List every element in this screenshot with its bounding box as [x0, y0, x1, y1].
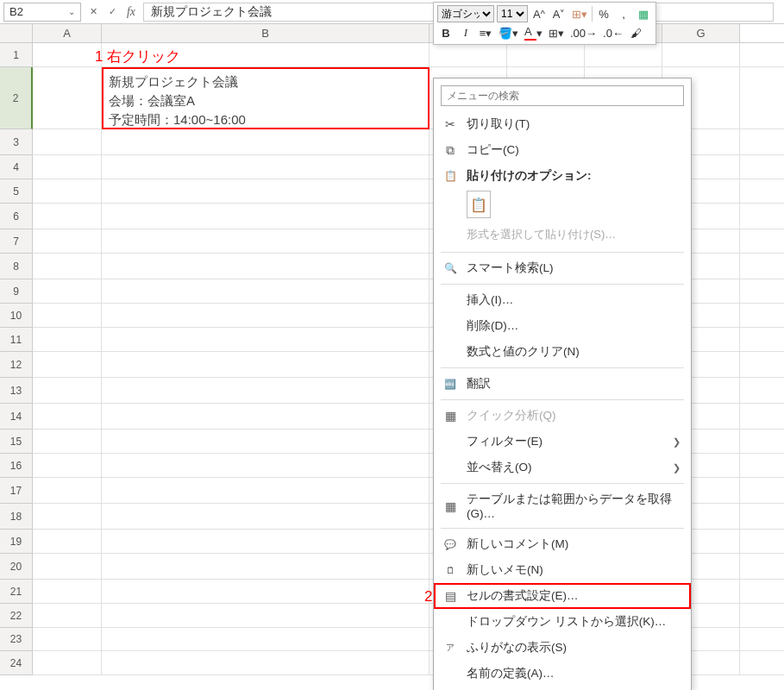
cm-table-data[interactable]: テーブルまたは範囲からデータを取得(G)…	[434, 486, 691, 525]
cell[interactable]	[102, 304, 430, 328]
cell[interactable]	[33, 628, 102, 651]
cell[interactable]	[430, 43, 507, 67]
font-select[interactable]: 游ゴシック	[437, 5, 494, 22]
fx-icon[interactable]: fx	[122, 3, 140, 21]
cell[interactable]	[33, 554, 102, 580]
cell[interactable]	[33, 67, 102, 129]
fill-color-button[interactable]: 🪣▾	[497, 24, 520, 41]
cell[interactable]	[33, 254, 102, 279]
row-header-24[interactable]: 24	[0, 651, 33, 675]
cell[interactable]	[102, 604, 430, 628]
row-header-13[interactable]: 13	[0, 378, 33, 404]
cell[interactable]	[33, 454, 102, 478]
row-header-10[interactable]: 10	[0, 304, 33, 328]
row-header-5[interactable]: 5	[0, 179, 33, 204]
cell[interactable]	[33, 229, 102, 254]
decrease-font-button[interactable]: A˅	[550, 5, 568, 22]
cell[interactable]	[585, 43, 662, 67]
cm-define-name[interactable]: 名前の定義(A)…	[434, 661, 691, 687]
cell[interactable]	[507, 43, 585, 67]
cell[interactable]	[33, 651, 102, 675]
context-menu-search[interactable]	[441, 85, 684, 106]
cell[interactable]	[33, 204, 102, 229]
row-header-6[interactable]: 6	[0, 204, 33, 229]
row-header-4[interactable]: 4	[0, 155, 33, 179]
font-size-select[interactable]: 11	[497, 5, 528, 22]
cell[interactable]	[33, 129, 102, 155]
cell[interactable]	[33, 430, 102, 454]
cell[interactable]	[102, 378, 430, 404]
italic-button[interactable]: I	[457, 24, 474, 41]
cell[interactable]	[33, 352, 102, 378]
cm-clear[interactable]: 数式と値のクリア(N)	[434, 339, 691, 365]
cm-translate[interactable]: 翻訳	[434, 371, 691, 397]
format-painter-button[interactable]: 🖌	[628, 24, 645, 41]
row-header-15[interactable]: 15	[0, 430, 33, 454]
cell[interactable]	[33, 155, 102, 179]
cell-b2-selected[interactable]: 新規プロジェクト会議 会場：会議室A 予定時間：14:00~16:00	[102, 67, 430, 129]
cell[interactable]	[102, 454, 430, 478]
row-header-23[interactable]: 23	[0, 628, 33, 651]
cell[interactable]	[33, 43, 102, 67]
cm-new-note[interactable]: 新しいメモ(N)	[434, 557, 691, 583]
cell[interactable]	[102, 179, 430, 204]
row-header-14[interactable]: 14	[0, 404, 33, 430]
align-button[interactable]: ≡▾	[477, 24, 494, 41]
col-header-g[interactable]: G	[662, 24, 740, 42]
cell[interactable]	[33, 279, 102, 304]
row-header-3[interactable]: 3	[0, 129, 33, 155]
border-button[interactable]: ⊞▾	[547, 24, 566, 41]
cell[interactable]	[102, 254, 430, 279]
percent-button[interactable]: %	[595, 5, 612, 22]
row-header-20[interactable]: 20	[0, 554, 33, 580]
cm-sort[interactable]: 並べ替え(O) ❯	[434, 455, 691, 480]
cell[interactable]	[102, 651, 430, 675]
bold-button[interactable]: B	[437, 24, 455, 41]
cell[interactable]	[102, 628, 430, 651]
cell[interactable]	[102, 129, 430, 155]
cm-delete[interactable]: 削除(D)…	[434, 313, 691, 339]
row-header-7[interactable]: 7	[0, 229, 33, 254]
increase-decimal-button[interactable]: .00→	[568, 24, 599, 41]
cm-furigana[interactable]: ふりがなの表示(S)	[434, 635, 691, 661]
cell[interactable]	[102, 229, 430, 254]
row-header-1[interactable]: 1	[0, 43, 33, 67]
row-header-21[interactable]: 21	[0, 580, 33, 604]
row-header-17[interactable]: 17	[0, 478, 33, 504]
row-header-9[interactable]: 9	[0, 279, 33, 304]
cell[interactable]	[33, 179, 102, 204]
cm-new-comment[interactable]: 新しいコメント(M)	[434, 531, 691, 557]
cell[interactable]	[102, 155, 430, 179]
cm-filter[interactable]: フィルター(E) ❯	[434, 429, 691, 455]
cell[interactable]	[33, 604, 102, 628]
cm-cut[interactable]: 切り取り(T)	[434, 111, 691, 137]
cell[interactable]	[102, 478, 430, 504]
cell[interactable]	[102, 530, 430, 554]
row-header-11[interactable]: 11	[0, 328, 33, 352]
confirm-formula-icon[interactable]: ✓	[103, 3, 121, 21]
row-header-12[interactable]: 12	[0, 352, 33, 378]
col-header-b[interactable]: B	[102, 24, 430, 42]
cell[interactable]	[33, 530, 102, 554]
cell[interactable]	[102, 279, 430, 304]
cm-dropdown-select[interactable]: ドロップダウン リストから選択(K)…	[434, 609, 691, 635]
row-header-18[interactable]: 18	[0, 504, 33, 530]
cm-copy[interactable]: コピー(C)	[434, 137, 691, 163]
row-header-22[interactable]: 22	[0, 604, 33, 628]
cm-insert[interactable]: 挿入(I)…	[434, 287, 691, 313]
increase-font-button[interactable]: A^	[530, 5, 548, 22]
row-header-19[interactable]: 19	[0, 530, 33, 554]
cell[interactable]	[102, 352, 430, 378]
cell[interactable]	[662, 43, 740, 67]
cell[interactable]	[102, 204, 430, 229]
cell[interactable]	[102, 328, 430, 352]
cm-smart-search[interactable]: スマート検索(L)	[434, 255, 691, 281]
cell[interactable]	[33, 304, 102, 328]
cell[interactable]	[33, 504, 102, 530]
cell[interactable]	[33, 378, 102, 404]
cm-format-cells[interactable]: セルの書式設定(E)…	[434, 583, 691, 609]
format-cells-button[interactable]: ⊞▾	[570, 5, 589, 22]
select-all-corner[interactable]	[0, 24, 33, 42]
cell[interactable]	[102, 404, 430, 430]
cell[interactable]	[102, 504, 430, 530]
